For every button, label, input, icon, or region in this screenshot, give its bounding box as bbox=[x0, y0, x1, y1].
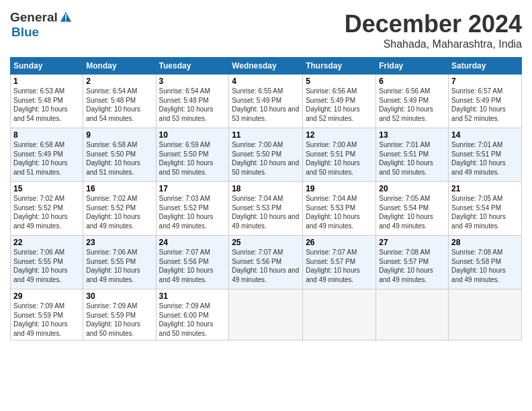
table-row bbox=[303, 289, 376, 340]
logo-general-text: General bbox=[10, 10, 58, 25]
table-row: 26 Sunrise: 7:07 AMSunset: 5:57 PMDaylig… bbox=[303, 236, 376, 289]
day-info: Sunrise: 7:04 AMSunset: 5:53 PMDaylight:… bbox=[306, 195, 360, 230]
day-number: 12 bbox=[306, 130, 373, 140]
day-info: Sunrise: 7:02 AMSunset: 5:52 PMDaylight:… bbox=[86, 195, 140, 230]
table-row: 19 Sunrise: 7:04 AMSunset: 5:53 PMDaylig… bbox=[303, 182, 376, 236]
logo: General Blue bbox=[10, 10, 74, 40]
day-number: 7 bbox=[451, 77, 519, 86]
table-row: 16 Sunrise: 7:02 AMSunset: 5:52 PMDaylig… bbox=[83, 182, 156, 236]
calendar-week-row: 15 Sunrise: 7:02 AMSunset: 5:52 PMDaylig… bbox=[11, 182, 522, 236]
day-info: Sunrise: 7:09 AMSunset: 5:59 PMDaylight:… bbox=[13, 302, 68, 337]
day-number: 30 bbox=[86, 291, 152, 301]
day-number: 4 bbox=[232, 77, 300, 86]
day-info: Sunrise: 7:05 AMSunset: 5:54 PMDaylight:… bbox=[451, 195, 506, 230]
day-info: Sunrise: 7:03 AMSunset: 5:52 PMDaylight:… bbox=[159, 195, 214, 230]
table-row: 12 Sunrise: 7:00 AMSunset: 5:51 PMDaylig… bbox=[303, 128, 376, 182]
day-number: 21 bbox=[451, 184, 519, 193]
day-number: 25 bbox=[232, 238, 300, 247]
calendar-header-row: Sunday Monday Tuesday Wednesday Thursday… bbox=[11, 58, 522, 75]
day-number: 16 bbox=[86, 184, 152, 193]
day-number: 31 bbox=[159, 291, 226, 301]
day-info: Sunrise: 7:02 AMSunset: 5:52 PMDaylight:… bbox=[13, 195, 68, 230]
day-info: Sunrise: 7:01 AMSunset: 5:51 PMDaylight:… bbox=[379, 141, 433, 176]
day-number: 24 bbox=[159, 238, 226, 247]
day-number: 29 bbox=[13, 291, 80, 301]
table-row: 27 Sunrise: 7:08 AMSunset: 5:57 PMDaylig… bbox=[376, 236, 449, 289]
day-number: 18 bbox=[232, 184, 300, 193]
day-number: 28 bbox=[451, 238, 519, 247]
col-monday: Monday bbox=[83, 58, 156, 75]
calendar-table: Sunday Monday Tuesday Wednesday Thursday… bbox=[10, 57, 522, 340]
calendar-week-row: 29 Sunrise: 7:09 AMSunset: 5:59 PMDaylig… bbox=[11, 289, 522, 340]
table-row: 18 Sunrise: 7:04 AMSunset: 5:53 PMDaylig… bbox=[229, 182, 303, 236]
table-row: 5 Sunrise: 6:56 AMSunset: 5:49 PMDayligh… bbox=[303, 75, 376, 128]
table-row bbox=[376, 289, 449, 340]
table-row: 17 Sunrise: 7:03 AMSunset: 5:52 PMDaylig… bbox=[156, 182, 229, 236]
calendar-week-row: 22 Sunrise: 7:06 AMSunset: 5:55 PMDaylig… bbox=[11, 236, 522, 289]
day-number: 2 bbox=[86, 77, 152, 86]
day-info: Sunrise: 7:08 AMSunset: 5:58 PMDaylight:… bbox=[451, 248, 506, 283]
table-row: 3 Sunrise: 6:54 AMSunset: 5:48 PMDayligh… bbox=[156, 75, 229, 128]
logo-icon bbox=[58, 10, 73, 25]
day-info: Sunrise: 6:58 AMSunset: 5:50 PMDaylight:… bbox=[86, 141, 140, 176]
header: General Blue December 2024 Shahada, Maha… bbox=[10, 10, 522, 50]
day-number: 26 bbox=[306, 238, 373, 247]
day-info: Sunrise: 6:56 AMSunset: 5:49 PMDaylight:… bbox=[379, 87, 433, 122]
day-number: 11 bbox=[232, 130, 300, 140]
calendar-week-row: 1 Sunrise: 6:53 AMSunset: 5:48 PMDayligh… bbox=[11, 75, 522, 128]
table-row: 31 Sunrise: 7:09 AMSunset: 6:00 PMDaylig… bbox=[156, 289, 229, 340]
month-title: December 2024 bbox=[345, 10, 522, 38]
table-row: 4 Sunrise: 6:55 AMSunset: 5:49 PMDayligh… bbox=[229, 75, 303, 128]
day-number: 6 bbox=[379, 77, 445, 86]
day-number: 19 bbox=[306, 184, 373, 193]
table-row: 13 Sunrise: 7:01 AMSunset: 5:51 PMDaylig… bbox=[376, 128, 449, 182]
day-info: Sunrise: 7:09 AMSunset: 5:59 PMDaylight:… bbox=[86, 302, 140, 337]
table-row: 21 Sunrise: 7:05 AMSunset: 5:54 PMDaylig… bbox=[449, 182, 522, 236]
table-row: 10 Sunrise: 6:59 AMSunset: 5:50 PMDaylig… bbox=[156, 128, 229, 182]
day-info: Sunrise: 6:53 AMSunset: 5:48 PMDaylight:… bbox=[13, 87, 68, 122]
table-row: 7 Sunrise: 6:57 AMSunset: 5:49 PMDayligh… bbox=[449, 75, 522, 128]
day-number: 27 bbox=[379, 238, 445, 247]
day-number: 17 bbox=[159, 184, 226, 193]
table-row: 11 Sunrise: 7:00 AMSunset: 5:50 PMDaylig… bbox=[229, 128, 303, 182]
day-info: Sunrise: 7:06 AMSunset: 5:55 PMDaylight:… bbox=[13, 248, 68, 283]
day-info: Sunrise: 7:07 AMSunset: 5:57 PMDaylight:… bbox=[306, 248, 360, 283]
day-info: Sunrise: 7:08 AMSunset: 5:57 PMDaylight:… bbox=[379, 248, 433, 283]
table-row: 9 Sunrise: 6:58 AMSunset: 5:50 PMDayligh… bbox=[83, 128, 156, 182]
table-row: 22 Sunrise: 7:06 AMSunset: 5:55 PMDaylig… bbox=[11, 236, 83, 289]
table-row bbox=[229, 289, 303, 340]
day-info: Sunrise: 7:00 AMSunset: 5:51 PMDaylight:… bbox=[306, 141, 360, 176]
table-row: 2 Sunrise: 6:54 AMSunset: 5:48 PMDayligh… bbox=[83, 75, 156, 128]
table-row: 1 Sunrise: 6:53 AMSunset: 5:48 PMDayligh… bbox=[11, 75, 83, 128]
table-row: 6 Sunrise: 6:56 AMSunset: 5:49 PMDayligh… bbox=[376, 75, 449, 128]
table-row: 14 Sunrise: 7:01 AMSunset: 5:51 PMDaylig… bbox=[449, 128, 522, 182]
day-info: Sunrise: 6:54 AMSunset: 5:48 PMDaylight:… bbox=[86, 87, 140, 122]
col-tuesday: Tuesday bbox=[156, 58, 229, 75]
day-info: Sunrise: 6:56 AMSunset: 5:49 PMDaylight:… bbox=[306, 87, 360, 122]
location: Shahada, Maharashtra, India bbox=[345, 38, 522, 50]
col-sunday: Sunday bbox=[11, 58, 83, 75]
day-number: 22 bbox=[13, 238, 80, 247]
logo-blue-text: Blue bbox=[11, 25, 39, 39]
col-wednesday: Wednesday bbox=[229, 58, 303, 75]
svg-point-3 bbox=[65, 20, 66, 21]
day-info: Sunrise: 7:05 AMSunset: 5:54 PMDaylight:… bbox=[379, 195, 433, 230]
table-row bbox=[449, 289, 522, 340]
day-info: Sunrise: 7:01 AMSunset: 5:51 PMDaylight:… bbox=[451, 141, 506, 176]
day-info: Sunrise: 7:07 AMSunset: 5:56 PMDaylight:… bbox=[159, 248, 214, 283]
day-info: Sunrise: 6:58 AMSunset: 5:49 PMDaylight:… bbox=[13, 141, 68, 176]
table-row: 24 Sunrise: 7:07 AMSunset: 5:56 PMDaylig… bbox=[156, 236, 229, 289]
col-thursday: Thursday bbox=[303, 58, 376, 75]
day-number: 8 bbox=[13, 130, 80, 140]
day-number: 23 bbox=[86, 238, 152, 247]
day-number: 15 bbox=[13, 184, 80, 193]
day-info: Sunrise: 7:09 AMSunset: 6:00 PMDaylight:… bbox=[159, 302, 214, 337]
day-number: 9 bbox=[86, 130, 152, 140]
day-info: Sunrise: 6:54 AMSunset: 5:48 PMDaylight:… bbox=[159, 87, 214, 122]
day-info: Sunrise: 6:57 AMSunset: 5:49 PMDaylight:… bbox=[451, 87, 506, 122]
day-info: Sunrise: 6:55 AMSunset: 5:49 PMDaylight:… bbox=[232, 87, 299, 122]
table-row: 15 Sunrise: 7:02 AMSunset: 5:52 PMDaylig… bbox=[11, 182, 83, 236]
table-row: 20 Sunrise: 7:05 AMSunset: 5:54 PMDaylig… bbox=[376, 182, 449, 236]
day-info: Sunrise: 7:00 AMSunset: 5:50 PMDaylight:… bbox=[232, 141, 299, 176]
col-friday: Friday bbox=[376, 58, 449, 75]
